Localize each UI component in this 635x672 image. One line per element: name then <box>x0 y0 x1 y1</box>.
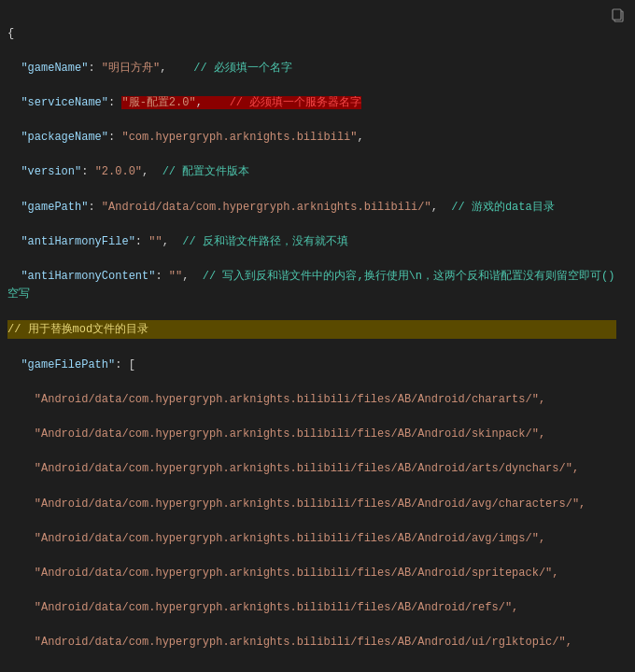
servicename-val: "服-配置2.0" <box>121 96 195 109</box>
packagename-val: "com.hypergryph.arknights.bilibili" <box>121 131 357 144</box>
path-4: "Android/data/com.hypergryph.arknights.b… <box>35 532 545 545</box>
main-container: { "gameName": "明日方舟", // 必须填一个名字 "servic… <box>0 0 635 672</box>
antiharmonycontent-key: "antiHarmonyContent" <box>21 270 155 283</box>
gamefilepath-key: "gameFilePath" <box>21 358 115 371</box>
code-content: { "gameName": "明日方舟", // 必须填一个名字 "servic… <box>7 7 635 672</box>
servicename-comment: // 必须填一个服务器名字 <box>230 96 362 109</box>
version-comment: // 配置文件版本 <box>162 165 250 178</box>
gamepath-key: "gamePath" <box>21 201 88 214</box>
gamepath-val: "Android/data/com.hypergryph.arknights.b… <box>102 201 431 214</box>
gamepath-comment: // 游戏的data目录 <box>451 201 554 214</box>
version-val: "2.0.0" <box>95 165 142 178</box>
antiharmonyfile-comment: // 反和谐文件路径，没有就不填 <box>182 235 348 248</box>
svg-rect-1 <box>613 9 621 20</box>
antiharmonyfile-val: "" <box>148 235 162 248</box>
version-key: "version" <box>21 165 81 178</box>
antiharmonycontent-val: "" <box>169 270 182 283</box>
packagename-key: "packageName" <box>21 131 108 144</box>
gamename-key: "gameName" <box>21 62 88 75</box>
path-7: "Android/data/com.hypergryph.arknights.b… <box>35 636 572 649</box>
path-6: "Android/data/com.hypergryph.arknights.b… <box>35 601 518 614</box>
gamefilepath-comment: // 用于替换mod文件的目录 <box>7 320 616 340</box>
path-3: "Android/data/com.hypergryph.arknights.b… <box>35 497 586 511</box>
path-2: "Android/data/com.hypergryph.arknights.b… <box>35 462 579 475</box>
path-1: "Android/data/com.hypergryph.arknights.b… <box>35 427 545 441</box>
path-0: "Android/data/com.hypergryph.arknights.b… <box>35 393 545 406</box>
gamename-val: "明日方舟" <box>102 62 160 75</box>
gamename-comment: // 必须填一个名字 <box>193 62 292 75</box>
servicename-key: "serviceName" <box>21 96 108 109</box>
copy-button[interactable] <box>611 7 626 26</box>
antiharmonyfile-key: "antiHarmonyFile" <box>21 235 134 248</box>
path-5: "Android/data/com.hypergryph.arknights.b… <box>35 567 559 580</box>
